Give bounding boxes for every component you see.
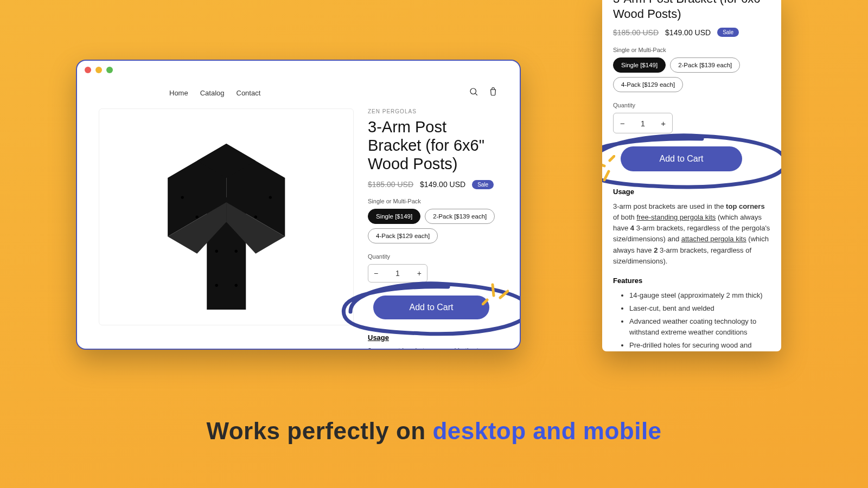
m-price-current: $149.00 USD <box>665 28 711 37</box>
m-variant-label: Single or Multi-Pack <box>613 47 770 53</box>
variant-2pack[interactable]: 2-Pack [$139 each] <box>425 209 495 224</box>
m-feature-item: Pre-drilled holes for securing wood and … <box>629 340 770 351</box>
svg-point-14 <box>215 284 218 286</box>
m-qty-minus-icon[interactable]: − <box>620 119 625 128</box>
sale-badge: Sale <box>472 180 494 189</box>
m-burst-icon <box>602 155 615 182</box>
m-quantity-stepper[interactable]: − 1 + <box>613 113 673 133</box>
svg-point-9 <box>195 215 198 218</box>
m-feature-item: 14-gauge steel (approximately 2 mm thick… <box>629 290 770 301</box>
usage-heading: Usage <box>368 333 498 342</box>
marketing-tagline: Works perfectly on desktop and mobile <box>0 418 868 445</box>
quantity-label: Quantity <box>368 253 498 260</box>
svg-line-18 <box>500 291 508 298</box>
product-image <box>99 108 354 325</box>
usage-paragraph: 3-arm post brackets are used in the top … <box>368 346 498 350</box>
m-feature-item: Advanced weather coating technology to w… <box>629 316 770 338</box>
traffic-light-minimize[interactable] <box>95 67 102 73</box>
variant-4pack[interactable]: 4-Pack [$129 each] <box>368 228 438 243</box>
svg-point-11 <box>254 215 257 218</box>
m-variant-2pack[interactable]: 2-Pack [$139 each] <box>670 57 740 73</box>
price-compare: $185.00 USD <box>368 180 413 189</box>
svg-point-10 <box>269 196 271 198</box>
svg-point-15 <box>234 284 237 286</box>
m-features-list: 14-gauge steel (approximately 2 mm thick… <box>613 290 770 351</box>
desktop-browser-frame: Home Catalog Contact <box>76 60 521 350</box>
variant-single[interactable]: Single [$149] <box>368 209 420 224</box>
variant-label: Single or Multi-Pack <box>368 198 498 204</box>
svg-line-1 <box>475 93 477 95</box>
nav-contact[interactable]: Contact <box>237 89 261 97</box>
qty-minus-icon[interactable]: − <box>374 269 378 278</box>
product-title: 3-Arm Post Bracket (for 6x6" Wood Posts) <box>368 118 498 174</box>
m-price-row: $185.00 USD $149.00 USD Sale <box>613 28 770 37</box>
m-sale-badge: Sale <box>717 28 739 37</box>
m-usage-paragraph: 3-arm post brackets are used in the top … <box>613 201 770 267</box>
m-product-title: 3-Arm Post Bracket (for 6x6" Wood Posts) <box>613 0 770 21</box>
search-icon[interactable] <box>469 87 478 99</box>
m-add-to-cart-button[interactable]: Add to Cart <box>621 146 742 171</box>
svg-point-12 <box>215 249 218 252</box>
svg-point-13 <box>234 249 237 252</box>
traffic-light-zoom[interactable] <box>106 67 113 73</box>
svg-line-17 <box>493 285 494 296</box>
m-feature-item: Laser-cut, bent and welded <box>629 303 770 314</box>
nav-catalog[interactable]: Catalog <box>200 89 225 97</box>
svg-point-0 <box>470 88 476 94</box>
traffic-light-close[interactable] <box>85 67 91 73</box>
m-link-freestanding[interactable]: free-standing pergola kits <box>636 213 716 221</box>
m-price-compare: $185.00 USD <box>613 28 659 37</box>
qty-value: 1 <box>395 269 400 278</box>
svg-line-19 <box>610 156 614 160</box>
m-variant-single[interactable]: Single [$149] <box>613 57 666 73</box>
quantity-stepper[interactable]: − 1 + <box>368 264 427 282</box>
m-qty-value: 1 <box>641 119 645 128</box>
svg-point-8 <box>181 196 183 198</box>
qty-plus-icon[interactable]: + <box>417 269 422 278</box>
m-quantity-label: Quantity <box>613 102 770 108</box>
m-usage-heading: Usage <box>613 188 770 196</box>
price-row: $185.00 USD $149.00 USD Sale <box>368 180 498 189</box>
m-variant-4pack[interactable]: 4-Pack [$129 each] <box>613 77 683 92</box>
add-to-cart-button[interactable]: Add to Cart <box>373 296 489 319</box>
price-current: $149.00 USD <box>420 180 465 189</box>
m-features-heading: Features <box>613 277 770 285</box>
vendor-label: ZEN PERGOLAS <box>368 108 498 114</box>
store-nav: Home Catalog Contact <box>77 79 520 108</box>
svg-line-20 <box>602 163 604 166</box>
nav-home[interactable]: Home <box>169 89 188 97</box>
m-qty-plus-icon[interactable]: + <box>661 119 666 128</box>
cart-icon[interactable] <box>488 87 498 99</box>
mobile-device-frame: 3-Arm Post Bracket (for 6x6" Wood Posts)… <box>602 0 781 351</box>
m-link-attached[interactable]: attached pergola kits <box>681 235 746 243</box>
svg-line-21 <box>604 171 609 180</box>
browser-titlebar <box>77 61 520 79</box>
